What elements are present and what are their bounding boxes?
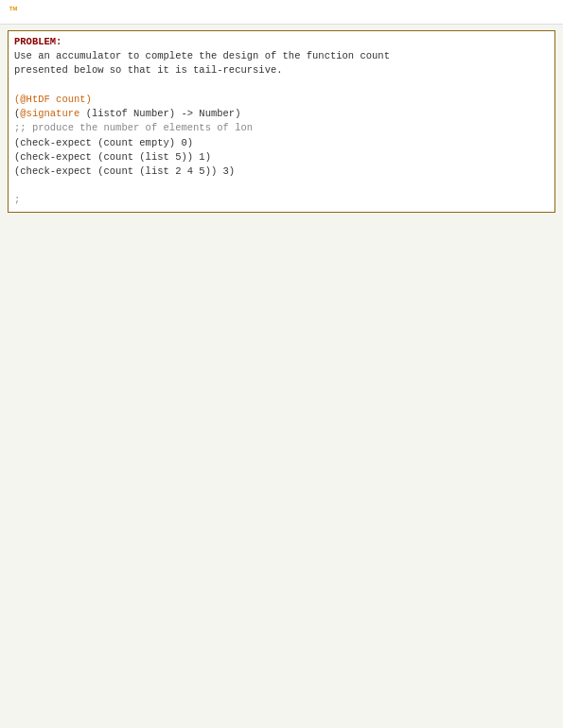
code-block-1: PROBLEM: Use an accumulator to complete … bbox=[8, 30, 555, 213]
signature-1: (@signature (listof Number) -> Number) ;… bbox=[14, 108, 253, 205]
logo: ™ bbox=[9, 5, 17, 20]
problem-label-1: PROBLEM: bbox=[14, 36, 62, 47]
header: ™ bbox=[0, 0, 563, 25]
htdf-annotation-1: (@HtDF count) bbox=[14, 94, 92, 105]
code-block-1-text: PROBLEM: Use an accumulator to complete … bbox=[14, 35, 549, 208]
main-content: PROBLEM: Use an accumulator to complete … bbox=[0, 25, 563, 703]
problem-desc-1: Use an accumulator to complete the desig… bbox=[14, 50, 390, 76]
logo-dot: ™ bbox=[9, 5, 17, 20]
